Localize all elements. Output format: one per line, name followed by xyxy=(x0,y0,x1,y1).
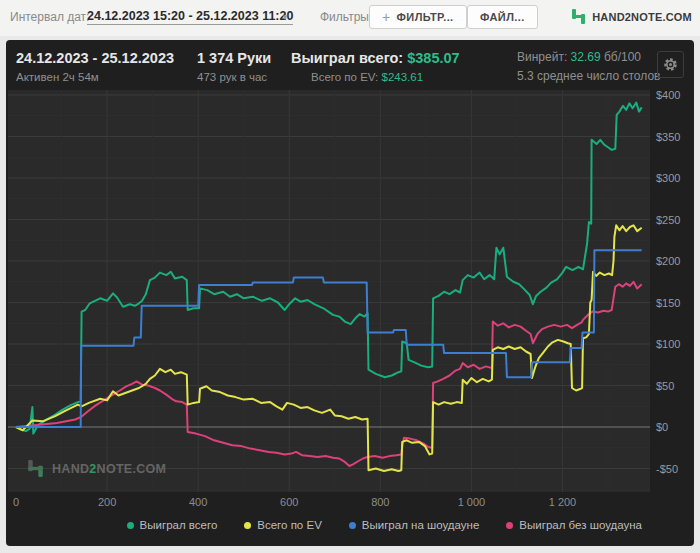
stat-winrate: Винрейт: 32.69 бб/100 5.3 среднее число … xyxy=(517,50,660,83)
chart-legend: Выиграл всегоВсего по EVВыиграл на шоуда… xyxy=(6,519,694,531)
legend-label: Выиграл на шоудауне xyxy=(362,519,480,531)
winrate-line: Винрейт: 32.69 бб/100 xyxy=(517,50,660,64)
legend-item-0[interactable]: Выиграл всего xyxy=(127,519,218,531)
legend-item-3[interactable]: Выиграл без шоудауна xyxy=(506,519,642,531)
hand2note-logo-icon xyxy=(570,8,587,25)
y-tick-label: $0 xyxy=(656,420,668,434)
legend-dot-icon xyxy=(506,522,513,529)
brand: HAND2NOTE.COM xyxy=(570,8,692,25)
x-tick-label: 600 xyxy=(280,496,298,508)
winrate-value: 32.69 xyxy=(571,50,601,64)
date-range-value: 24.12.2023 - 25.12.2023 xyxy=(16,50,174,66)
y-tick-label: $350 xyxy=(656,130,680,144)
x-tick-label: 200 xyxy=(98,496,116,508)
hands-per-hour: 473 рук в час xyxy=(197,71,271,83)
legend-dot-icon xyxy=(127,522,134,529)
x-tick-label: 800 xyxy=(371,496,389,508)
series-line-0 xyxy=(16,103,642,434)
date-interval-selector[interactable]: 24.12.2023 15:20 - 25.12.2023 11:20 xyxy=(87,9,293,25)
file-button[interactable]: ФАЙЛ... xyxy=(467,5,538,29)
series-line-3 xyxy=(16,282,642,466)
won-total-line: Выиграл всего: $385.07 xyxy=(291,50,460,66)
x-tick-label: 400 xyxy=(189,496,207,508)
legend-label: Выиграл всего xyxy=(140,519,218,531)
hand2note-logo-icon xyxy=(26,459,45,478)
y-tick-label: $150 xyxy=(656,296,680,310)
session-graph xyxy=(8,90,650,492)
legend-label: Всего по EV xyxy=(257,519,322,531)
y-tick-label: -$50 xyxy=(656,462,678,476)
stat-winnings: Выиграл всего: $385.07 Всего по EV: $243… xyxy=(291,50,460,83)
legend-item-1[interactable]: Всего по EV xyxy=(244,519,322,531)
stat-hands: 1 374 Руки 473 рук в час xyxy=(197,50,271,83)
series-line-1 xyxy=(16,225,642,471)
chevron-down-icon[interactable]: ▼ xyxy=(281,13,289,22)
graph-settings-button[interactable] xyxy=(657,51,684,78)
x-tick-label: 1 200 xyxy=(549,496,577,508)
hands-total: 1 374 Руки xyxy=(197,50,271,66)
y-tick-label: $200 xyxy=(656,254,680,268)
y-tick-label: $50 xyxy=(656,379,674,393)
active-time: Активен 2ч 54м xyxy=(16,71,174,83)
y-tick-label: $250 xyxy=(656,213,680,227)
ev-total-value: $243.61 xyxy=(381,71,423,83)
brand-text: HAND2NOTE.COM xyxy=(592,11,692,23)
date-interval-label: Интервал дат: xyxy=(10,10,89,24)
x-tick-label: 0 xyxy=(13,496,19,508)
gear-icon xyxy=(663,57,678,72)
ev-total-line: Всего по EV: $243.61 xyxy=(291,71,460,83)
avg-tables: 5.3 среднее число столов xyxy=(517,69,660,83)
add-filter-button[interactable]: + ФИЛЬТР... xyxy=(369,5,467,29)
won-total-value: $385.07 xyxy=(407,50,459,66)
plus-icon: + xyxy=(382,9,391,25)
session-results-panel: 24.12.2023 - 25.12.2023 Активен 2ч 54м 1… xyxy=(6,40,694,546)
stat-date-range: 24.12.2023 - 25.12.2023 Активен 2ч 54м xyxy=(16,50,174,83)
y-tick-label: $400 xyxy=(656,88,680,102)
y-tick-label: $100 xyxy=(656,337,680,351)
legend-item-2[interactable]: Выиграл на шоудауне xyxy=(349,519,480,531)
session-graph-plot-area xyxy=(8,90,650,492)
y-tick-label: $300 xyxy=(656,171,680,185)
legend-dot-icon xyxy=(244,522,251,529)
x-tick-label: 1 000 xyxy=(458,496,486,508)
top-toolbar: Интервал дат: 24.12.2023 15:20 - 25.12.2… xyxy=(0,0,700,36)
legend-label: Выиграл без шоудауна xyxy=(519,519,642,531)
series-line-2 xyxy=(16,250,642,427)
watermark-text: HAND2NOTE.COM xyxy=(52,462,166,476)
filters-label: Фильтры: xyxy=(320,10,372,24)
legend-dot-icon xyxy=(349,522,356,529)
watermark: HAND2NOTE.COM xyxy=(26,459,166,478)
